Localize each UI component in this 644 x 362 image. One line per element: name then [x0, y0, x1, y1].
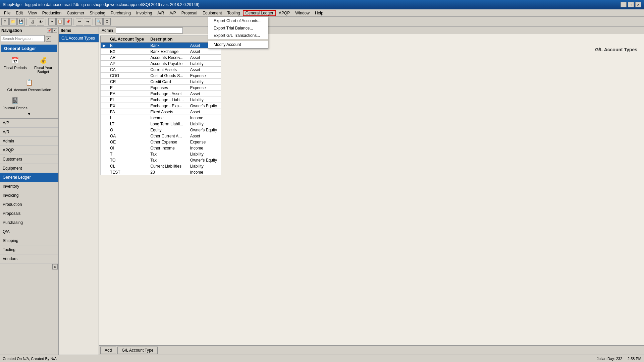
modify-account-item[interactable]: Modify Account: [208, 41, 268, 48]
menu-window[interactable]: Window: [292, 10, 312, 16]
menu-view[interactable]: View: [25, 10, 40, 16]
nav-close-button[interactable]: ✕: [52, 28, 57, 33]
toolbar-filter[interactable]: ⚙: [103, 18, 111, 25]
row-arrow: [101, 121, 108, 127]
table-row[interactable]: EExpensesExpense: [101, 85, 221, 91]
table-row[interactable]: LTLong Term Liabil...Liability: [101, 121, 221, 127]
table-row[interactable]: CACurrent AssetsAsset: [101, 67, 221, 73]
add-button[interactable]: Add: [100, 347, 116, 354]
menu-ap[interactable]: A/P: [167, 10, 178, 16]
table-row[interactable]: APAccounts PayableLiability: [101, 61, 221, 67]
toolbar-copy[interactable]: 📋: [56, 18, 64, 25]
nav-ap[interactable]: A/P: [0, 119, 58, 128]
table-row[interactable]: OAOther Current A...Asset: [101, 133, 221, 139]
search-clear-button[interactable]: ✕: [46, 36, 51, 42]
table-row[interactable]: IIncomeIncome: [101, 115, 221, 121]
nav-invoicing[interactable]: Invoicing: [0, 191, 58, 200]
table-row[interactable]: OEquityOwner's Equity: [101, 127, 221, 133]
nav-general-ledger[interactable]: General Ledger: [0, 173, 58, 182]
export-trial-item[interactable]: Export Trial Balance...: [208, 24, 268, 32]
row-description: Other Income: [148, 145, 188, 151]
menu-proposal[interactable]: Proposal: [179, 10, 200, 16]
table-row[interactable]: TTaxLiability: [101, 151, 221, 157]
export-chart-item[interactable]: Export Chart of Accounts...: [208, 17, 268, 24]
toolbar-preview[interactable]: 👁: [37, 18, 44, 25]
menu-production[interactable]: Production: [40, 10, 64, 16]
minimize-button[interactable]: ─: [621, 2, 627, 7]
nav-fiscal-periods[interactable]: 📅 Fiscal Periods: [1, 54, 29, 75]
table-row[interactable]: EXExchange - Exp...Owner's Equity: [101, 103, 221, 109]
nav-gl-reconciliation[interactable]: 📋 G/L Account Reconciliation: [1, 76, 57, 93]
table-row[interactable]: CRCredit CardLiability: [101, 79, 221, 85]
menu-file[interactable]: File: [1, 10, 13, 16]
nav-proposals[interactable]: Proposals: [0, 209, 58, 218]
gl-account-type-button[interactable]: G/L Account Type: [117, 347, 158, 354]
search-nav-input[interactable]: [1, 35, 45, 42]
nav-equipment[interactable]: Equipment: [0, 164, 58, 173]
row-description: 23: [148, 169, 188, 175]
menu-help[interactable]: Help: [312, 10, 326, 16]
row-type: Asset: [188, 133, 221, 139]
row-code: CA: [108, 67, 148, 73]
table-row[interactable]: ELExchange - Liabi...Liability: [101, 97, 221, 103]
table-row[interactable]: BXBank ExchangeAsset: [101, 49, 221, 55]
nav-journal-entries[interactable]: 📓 Journal Entries: [1, 94, 29, 111]
table-row[interactable]: ▶BBankAsset: [101, 43, 221, 49]
gl-account-types-nav[interactable]: G/L Account Types: [59, 34, 99, 43]
toolbar-open[interactable]: 📁: [9, 18, 17, 25]
nav-customers[interactable]: Customers: [0, 155, 58, 164]
close-button[interactable]: ✕: [635, 2, 641, 7]
nav-apqp[interactable]: APQP: [0, 146, 58, 155]
row-code: EL: [108, 97, 148, 103]
nav-vendors[interactable]: Vendors: [0, 254, 58, 263]
toolbar-undo[interactable]: ↩: [76, 18, 83, 25]
row-arrow: ▶: [101, 43, 108, 49]
nav-scroll-down[interactable]: ▼: [1, 111, 57, 117]
table-row[interactable]: TOTaxOwner's Equity: [101, 157, 221, 163]
table-row[interactable]: ARAccounts Receiv...Asset: [101, 55, 221, 61]
nav-expand-button[interactable]: »: [52, 264, 58, 269]
menu-equipment[interactable]: Equipment: [200, 10, 224, 16]
admin-input[interactable]: [116, 27, 183, 34]
table-row[interactable]: EAExchange - AssetAsset: [101, 91, 221, 97]
toolbar-search[interactable]: 🔍: [95, 18, 103, 25]
table-row[interactable]: OEOther ExpenseExpense: [101, 139, 221, 145]
toolbar-new[interactable]: 🗋: [1, 18, 9, 25]
menu-apqp[interactable]: APQP: [276, 10, 292, 16]
table-row[interactable]: FAFixed AssetsAsset: [101, 109, 221, 115]
nav-fiscal-year-budget[interactable]: 💰 Fiscal Year Budget: [30, 54, 57, 75]
nav-ar[interactable]: A/R: [0, 128, 58, 137]
menu-tooling[interactable]: Tooling: [224, 10, 243, 16]
menu-general-ledger[interactable]: General Ledger: [243, 10, 276, 16]
table-row[interactable]: CLCurrent LiabilitiesLiability: [101, 163, 221, 169]
nav-production[interactable]: Production: [0, 200, 58, 209]
nav-purchasing[interactable]: Purchasing: [0, 218, 58, 227]
nav-tooling[interactable]: Tooling: [0, 245, 58, 254]
nav-pin-button[interactable]: 📌: [47, 28, 52, 33]
menu-purchasing[interactable]: Purchasing: [108, 10, 133, 16]
maximize-button[interactable]: □: [628, 2, 634, 7]
toolbar-cut[interactable]: ✂: [48, 18, 56, 25]
main-layout: Navigation 📌 ✕ ✕ General Ledger 📅 Fiscal…: [0, 27, 644, 355]
toolbar-save[interactable]: 💾: [17, 18, 25, 25]
menu-invoicing[interactable]: Invoicing: [133, 10, 155, 16]
nav-qa[interactable]: Q/A: [0, 227, 58, 236]
toolbar-paste[interactable]: 📌: [64, 18, 72, 25]
menu-customer[interactable]: Customer: [64, 10, 87, 16]
menu-shipping[interactable]: Shipping: [87, 10, 108, 16]
row-description: Cost of Goods S...: [148, 73, 188, 79]
menu-ar[interactable]: A/R: [155, 10, 167, 16]
table-row[interactable]: TEST23Income: [101, 169, 221, 175]
table-row[interactable]: COGCost of Goods S...Expense: [101, 73, 221, 79]
toolbar-redo[interactable]: ↪: [84, 18, 91, 25]
menu-edit[interactable]: Edit: [13, 10, 25, 16]
row-type: Asset: [188, 55, 221, 61]
nav-admin[interactable]: Admin: [0, 137, 58, 146]
table-row[interactable]: OIOther IncomeIncome: [101, 145, 221, 151]
toolbar-print[interactable]: 🖨: [29, 18, 36, 25]
row-type: Asset: [188, 49, 221, 55]
nav-shipping[interactable]: Shipping: [0, 236, 58, 245]
table-body: ▶BBankAssetBXBank ExchangeAssetARAccount…: [101, 43, 221, 175]
export-gl-item[interactable]: Export G/L Transactions...: [208, 32, 268, 39]
nav-inventory[interactable]: Inventory: [0, 182, 58, 191]
